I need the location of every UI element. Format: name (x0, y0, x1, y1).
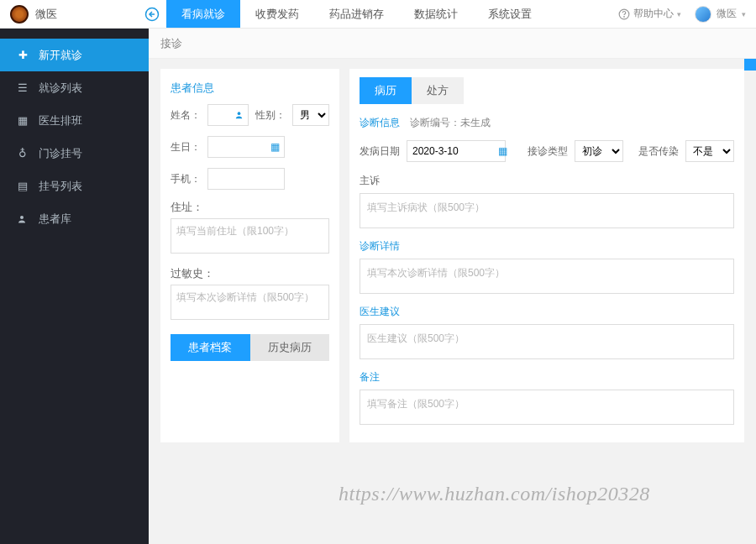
allergy-textarea[interactable] (171, 285, 329, 320)
onset-date-label: 发病日期 (360, 144, 400, 159)
birth-label: 生日： (171, 140, 201, 154)
allergy-label: 过敏史： (171, 266, 329, 281)
sidebar-item-new-visit[interactable]: ✚ 新开就诊 (0, 39, 149, 71)
topnav-stats[interactable]: 数据统计 (399, 0, 473, 28)
chief-complaint-textarea[interactable] (360, 193, 734, 228)
record-panel: 病历 处方 诊断信息 诊断编号：未生成 发病日期 ▦ 接诊类型 初诊 是否传染 … (349, 69, 744, 442)
user-icon (17, 214, 29, 224)
address-textarea[interactable] (171, 218, 329, 254)
diag-detail-textarea[interactable] (360, 259, 734, 294)
sidebar-item-schedule[interactable]: ▦ 医生排班 (0, 104, 149, 137)
help-link[interactable]: 帮助中心 ▾ (618, 7, 681, 21)
list-icon: ☰ (17, 81, 29, 94)
side-marker (744, 59, 756, 71)
onset-date-input[interactable] (407, 140, 506, 162)
infectious-label: 是否传染 (638, 144, 679, 159)
diag-info-label: 诊断信息 (360, 116, 400, 130)
remark-label: 备注 (360, 370, 734, 384)
name-label: 姓名： (171, 108, 201, 123)
sidebar-item-label: 就诊列表 (39, 81, 82, 96)
sidebar-item-patients[interactable]: 患者库 (0, 202, 149, 235)
tab-patient-file[interactable]: 患者档案 (171, 334, 250, 361)
top-nav: 看病就诊 收费发药 药品进销存 数据统计 系统设置 (166, 0, 547, 28)
svg-point-2 (624, 16, 625, 17)
brand-name: 微医 (35, 7, 57, 22)
diag-detail-label: 诊断详情 (360, 239, 734, 254)
tab-history-record[interactable]: 历史病历 (250, 334, 330, 361)
topbar: 微医 看病就诊 收费发药 药品进销存 数据统计 系统设置 帮助中心 ▾ 微医 ▾ (0, 0, 756, 29)
diag-no-label: 诊断编号： (410, 117, 460, 128)
user-menu[interactable]: 微医 ▾ (695, 6, 746, 23)
patient-panel: 患者信息 姓名： 性别： 男 生日： ▦ 手机： (160, 69, 339, 442)
register-icon: ♁ (17, 147, 29, 160)
patient-sub-tabs: 患者档案 历史病历 (171, 334, 329, 361)
infectious-select[interactable]: 不是 (685, 140, 734, 162)
sidebar-item-label: 门诊挂号 (39, 146, 82, 161)
sidebar-item-register[interactable]: ♁ 门诊挂号 (0, 137, 149, 170)
tab-prescription[interactable]: 处方 (412, 77, 464, 104)
sidebar-item-label: 新开就诊 (39, 48, 82, 63)
chevron-down-icon: ▾ (742, 10, 746, 18)
help-icon (618, 8, 630, 20)
advice-label: 医生建议 (360, 305, 734, 319)
calendar-icon: ▦ (17, 114, 29, 127)
breadcrumb: 接诊 (149, 29, 756, 59)
gender-label: 性别： (255, 108, 286, 123)
tab-medical-record[interactable]: 病历 (360, 77, 412, 104)
topnav-settings[interactable]: 系统设置 (473, 0, 547, 28)
birth-input[interactable] (207, 136, 285, 158)
table-icon: ▤ (17, 180, 29, 192)
visit-type-label: 接诊类型 (528, 144, 568, 159)
clipboard-icon: ✚ (17, 49, 29, 61)
topnav-diagnosis[interactable]: 看病就诊 (166, 0, 240, 28)
user-label: 微医 (717, 7, 737, 21)
remark-textarea[interactable] (360, 390, 734, 425)
sidebar-item-visit-list[interactable]: ☰ 就诊列表 (0, 71, 149, 104)
breadcrumb-label: 接诊 (160, 36, 182, 51)
diag-no-value: 未生成 (460, 117, 491, 128)
svg-point-3 (20, 216, 24, 219)
advice-textarea[interactable] (360, 324, 734, 359)
topnav-inventory[interactable]: 药品进销存 (314, 0, 399, 28)
patient-title: 患者信息 (171, 81, 329, 96)
avatar-icon (695, 6, 711, 23)
topnav-billing[interactable]: 收费发药 (240, 0, 314, 28)
address-label: 住址： (171, 200, 329, 215)
gender-select[interactable]: 男 (292, 104, 329, 126)
phone-label: 手机： (171, 172, 201, 186)
watermark: https://www.huzhan.com/ishop20328 (339, 483, 650, 505)
visit-type-select[interactable]: 初诊 (575, 140, 623, 162)
sidebar: ✚ 新开就诊 ☰ 就诊列表 ▦ 医生排班 ♁ 门诊挂号 ▤ 挂号列表 患者库 (0, 29, 149, 544)
phone-input[interactable] (207, 168, 285, 190)
sidebar-item-register-list[interactable]: ▤ 挂号列表 (0, 170, 149, 202)
chevron-down-icon: ▾ (677, 10, 681, 18)
help-label: 帮助中心 (633, 7, 674, 21)
sidebar-item-label: 患者库 (39, 212, 71, 227)
sidebar-item-label: 挂号列表 (39, 179, 82, 194)
sidebar-item-label: 医生排班 (39, 113, 82, 128)
app-logo-icon (10, 5, 29, 24)
content: 接诊 患者信息 姓名： 性别： 男 生日： ▦ (149, 29, 756, 544)
chief-complaint-label: 主诉 (360, 174, 734, 188)
record-tabs: 病历 处方 (360, 77, 734, 104)
exit-icon[interactable] (141, 3, 163, 25)
name-input[interactable] (207, 104, 249, 126)
